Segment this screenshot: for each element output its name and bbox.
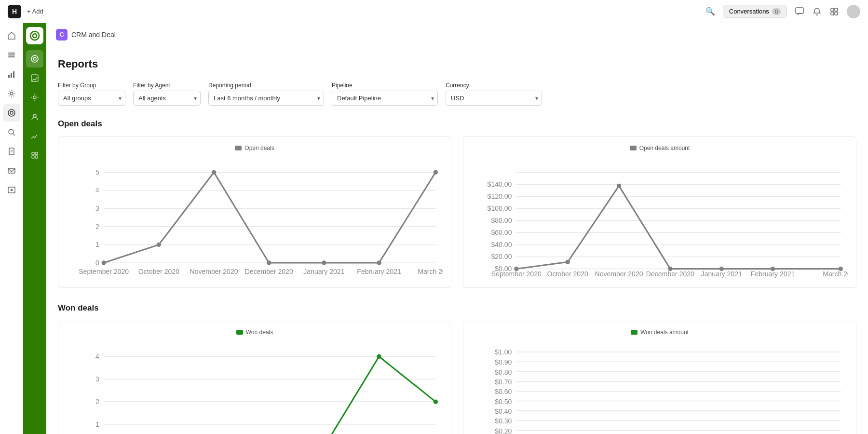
svg-text:4: 4 bbox=[95, 187, 99, 194]
avatar[interactable] bbox=[847, 5, 860, 18]
svg-point-111 bbox=[434, 400, 438, 404]
svg-text:2: 2 bbox=[95, 398, 99, 406]
svg-rect-29 bbox=[32, 156, 34, 158]
won-deals-chart1: Won deals 0 1 2 3 4 bbox=[58, 321, 451, 434]
legend-box-open-deals-amount bbox=[630, 146, 637, 150]
svg-point-20 bbox=[30, 31, 39, 40]
svg-rect-3 bbox=[831, 12, 834, 15]
won-deals-svg2: $0.00 $0.10 $0.20 $0.30 $0.40 $0.50 $0.6… bbox=[471, 341, 848, 434]
filter-pipeline-select[interactable]: Default Pipeline bbox=[332, 91, 438, 106]
svg-point-54 bbox=[322, 260, 326, 265]
open-deals-svg2: $0.00 $20.00 $40.00 $60.00 $80.00 $100.0… bbox=[471, 157, 848, 278]
green-analytics-icon[interactable] bbox=[26, 127, 43, 145]
filter-agent-select-wrapper: All agents bbox=[133, 91, 201, 106]
open-deals-title: Open deals bbox=[58, 119, 856, 129]
green-settings-icon[interactable] bbox=[26, 89, 43, 106]
svg-text:September 2020: September 2020 bbox=[491, 270, 542, 278]
svg-rect-28 bbox=[35, 152, 38, 155]
svg-text:$0.90: $0.90 bbox=[495, 359, 512, 366]
sidebar-reports-icon[interactable] bbox=[3, 66, 20, 83]
svg-text:February 2021: February 2021 bbox=[751, 270, 795, 278]
main-content: C CRM and Deal Reports Filter by Group A… bbox=[46, 23, 868, 434]
won-deals-svg1: 0 1 2 3 4 September 2020 October 2020 No… bbox=[66, 341, 443, 434]
svg-text:$1.00: $1.00 bbox=[495, 348, 512, 356]
add-button[interactable]: + Add bbox=[27, 8, 43, 15]
svg-rect-0 bbox=[796, 8, 803, 14]
filter-currency-group: Currency: USD bbox=[446, 82, 542, 106]
sidebar-play-icon[interactable] bbox=[3, 181, 20, 199]
open-deals-svg1: 0 1 2 3 4 5 September 2020 October 2020 … bbox=[66, 157, 443, 278]
conversations-button[interactable]: Conversations 0 bbox=[723, 5, 787, 18]
svg-text:$120.00: $120.00 bbox=[488, 192, 512, 200]
filter-group-group: Filter by Group All groups bbox=[58, 82, 125, 106]
svg-text:0: 0 bbox=[95, 259, 99, 267]
sidebar-list-icon[interactable] bbox=[3, 46, 20, 64]
topbar: H + Add 🔍 Conversations 0 bbox=[0, 0, 868, 23]
topbar-right: 🔍 Conversations 0 bbox=[705, 5, 860, 18]
filter-currency-label: Currency: bbox=[446, 82, 542, 89]
bell-icon[interactable] bbox=[812, 7, 822, 16]
sidebar-home-icon[interactable] bbox=[3, 27, 20, 44]
filter-agent-group: Filter by Agent All agents bbox=[133, 82, 201, 106]
filter-reporting-label: Reporting period bbox=[208, 82, 324, 89]
svg-text:$0.40: $0.40 bbox=[495, 407, 512, 415]
svg-text:$140.00: $140.00 bbox=[488, 180, 512, 188]
svg-text:$60.00: $60.00 bbox=[491, 229, 512, 236]
svg-text:December 2020: December 2020 bbox=[245, 268, 293, 275]
green-deals-icon[interactable] bbox=[26, 69, 43, 87]
page-title: Reports bbox=[58, 58, 856, 70]
svg-text:1: 1 bbox=[95, 420, 99, 428]
svg-text:$0.20: $0.20 bbox=[495, 427, 512, 434]
reports-area: Reports Filter by Group All groups Filte… bbox=[46, 46, 868, 434]
sidebar-docs-icon[interactable] bbox=[3, 143, 20, 160]
svg-text:January 2021: January 2021 bbox=[701, 270, 742, 278]
svg-point-51 bbox=[157, 243, 161, 247]
svg-text:September 2020: September 2020 bbox=[79, 268, 129, 275]
green-config-icon[interactable] bbox=[26, 147, 43, 164]
green-contacts-icon[interactable] bbox=[26, 108, 43, 125]
svg-rect-30 bbox=[35, 156, 38, 158]
svg-point-52 bbox=[212, 170, 216, 175]
filter-reporting-select-wrapper: Last 6 months / monthly bbox=[208, 91, 324, 106]
grid-icon[interactable] bbox=[829, 7, 839, 16]
svg-text:December 2020: December 2020 bbox=[646, 270, 694, 278]
filter-group-select[interactable]: All groups bbox=[58, 91, 125, 106]
svg-rect-10 bbox=[13, 71, 14, 78]
open-deals-chart1: Open deals 0 1 bbox=[58, 136, 451, 288]
svg-text:$80.00: $80.00 bbox=[491, 217, 512, 224]
svg-rect-2 bbox=[835, 8, 838, 11]
sidebar-email-icon[interactable] bbox=[3, 162, 20, 179]
svg-rect-1 bbox=[831, 8, 834, 11]
sidebar-settings-icon[interactable] bbox=[3, 85, 20, 102]
svg-text:5: 5 bbox=[95, 168, 99, 176]
svg-text:$0.70: $0.70 bbox=[495, 378, 512, 386]
open-deals-charts-row: Open deals 0 1 bbox=[58, 136, 856, 288]
svg-point-22 bbox=[31, 55, 38, 62]
svg-rect-5 bbox=[8, 53, 15, 54]
svg-point-26 bbox=[33, 114, 36, 117]
sidebar-crm-icon[interactable] bbox=[3, 104, 20, 122]
legend-box-open-deals bbox=[235, 146, 242, 150]
svg-point-83 bbox=[617, 184, 621, 188]
filter-currency-select[interactable]: USD bbox=[446, 91, 542, 106]
chat-icon[interactable] bbox=[795, 7, 804, 16]
open-deals-legend2: Open deals amount bbox=[471, 145, 848, 151]
app-logo[interactable]: H bbox=[8, 5, 21, 18]
svg-text:$40.00: $40.00 bbox=[491, 241, 512, 248]
sidebar-search-icon[interactable] bbox=[3, 123, 20, 141]
filter-pipeline-select-wrapper: Default Pipeline bbox=[332, 91, 438, 106]
svg-point-82 bbox=[566, 260, 570, 264]
filter-agent-select[interactable]: All agents bbox=[133, 91, 201, 106]
won-deals-title: Won deals bbox=[58, 303, 856, 313]
svg-text:$0.50: $0.50 bbox=[495, 398, 512, 406]
svg-point-53 bbox=[267, 260, 271, 265]
green-crm-icon[interactable] bbox=[26, 50, 43, 68]
filter-reporting-select[interactable]: Last 6 months / monthly bbox=[208, 91, 324, 106]
filters-row: Filter by Group All groups Filter by Age… bbox=[58, 82, 856, 106]
search-icon[interactable]: 🔍 bbox=[705, 7, 715, 16]
svg-rect-15 bbox=[9, 148, 14, 155]
svg-text:February 2021: February 2021 bbox=[357, 268, 401, 275]
green-logo[interactable] bbox=[26, 27, 43, 44]
svg-text:March 2021: March 2021 bbox=[418, 268, 443, 275]
won-deals-charts-row: Won deals 0 1 2 3 4 bbox=[58, 321, 856, 434]
